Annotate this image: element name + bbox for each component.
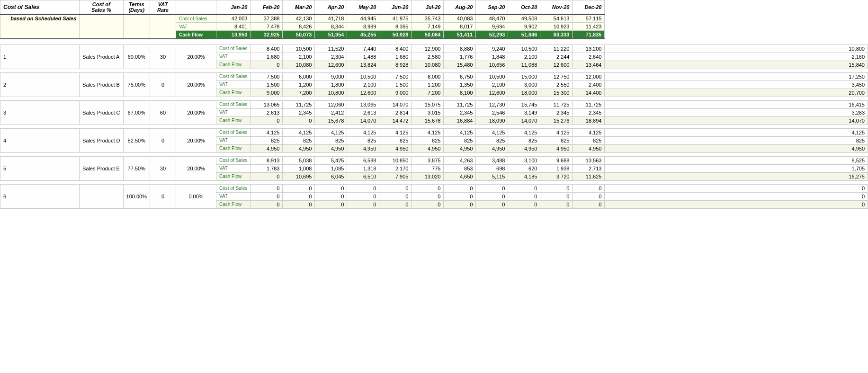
header-oct: Oct-20 <box>508 0 540 15</box>
product-6-cost-val-11: 0 <box>605 184 868 192</box>
product-3-name: Sales Product C <box>80 100 123 124</box>
product-4-cashflow-val-1: 4,950 <box>283 144 315 152</box>
product-2-vat-val-4: 1,500 <box>379 80 412 89</box>
product-4-cashflow-val-5: 4,950 <box>412 144 444 152</box>
product-4-cashflow-val-8: 4,950 <box>508 144 540 152</box>
main-table-container: Cost of Sales Cost ofSales % Terms(Days)… <box>0 0 868 209</box>
product-6-vat-val-6: 0 <box>444 192 476 200</box>
product-1-cashflow-val-7: 10,656 <box>476 61 508 69</box>
product-3-cost-val-3: 13,065 <box>347 100 379 108</box>
summary-vat-val-0: 8,401 <box>216 23 250 31</box>
product-3-cashflow-val-11: 14,070 <box>605 116 868 124</box>
product-2-cost-val-8: 15,000 <box>508 72 540 80</box>
summary-cost-val-7: 40,083 <box>444 14 476 23</box>
header-jun: Jun-20 <box>379 0 412 15</box>
summary-label: based on Scheduled Sales <box>0 14 80 39</box>
product-5-cost-val-7: 3,488 <box>476 156 508 164</box>
product-5-vat-val-11: 1,705 <box>605 164 868 172</box>
product-6-cost-val-8: 0 <box>508 184 540 192</box>
product-3-vat-val-0: 2,613 <box>251 108 283 116</box>
product-6-cashflow-val-3: 0 <box>347 200 379 208</box>
product-1-cashflow-val-9: 12,600 <box>540 61 573 69</box>
product-6-pct: 100.00% <box>123 184 150 208</box>
product-1-type-cost: Cost of Sales <box>216 44 250 53</box>
product-3-vat: 20.00% <box>176 100 216 124</box>
header-dec: Dec-20 <box>573 0 605 15</box>
product-2-vat-val-2: 1,800 <box>315 80 347 89</box>
product-6-cashflow-val-2: 0 <box>315 200 347 208</box>
product-6-cashflow-val-4: 0 <box>379 200 412 208</box>
product-3-vat-val-7: 2,546 <box>476 108 508 116</box>
product-1-vat-val-1: 2,100 <box>283 53 315 61</box>
product-1-cashflow-val-4: 8,928 <box>379 61 412 69</box>
product-5-cashflow-val-9: 3,720 <box>540 172 573 180</box>
product-6-cashflow-val-7: 0 <box>476 200 508 208</box>
product-4-vat-val-0: 825 <box>251 136 283 144</box>
header-row: Cost of Sales Cost ofSales % Terms(Days)… <box>0 0 868 15</box>
summary-cost-val-4: 44,945 <box>347 14 379 23</box>
product-3-vat-val-6: 2,345 <box>444 108 476 116</box>
product-4-type-cost: Cost of Sales <box>216 128 250 136</box>
product-5-cost-val-11: 8,525 <box>605 156 868 164</box>
product-6-vat-val-9: 0 <box>540 192 573 200</box>
product-4-vat-val-3: 825 <box>347 136 379 144</box>
summary-vat-val-2: 8,426 <box>283 23 315 31</box>
header-aug: Aug-20 <box>444 0 476 15</box>
product-5-vat-val-4: 2,170 <box>379 164 412 172</box>
product-1-vat-val-9: 2,244 <box>540 53 573 61</box>
product-2-vat-val-9: 2,550 <box>540 80 573 89</box>
product-4-vat-val-6: 825 <box>444 136 476 144</box>
product-6-vat-val-5: 0 <box>412 192 444 200</box>
product-4-cost-val-10: 4,125 <box>573 128 605 136</box>
summary-terms-blank <box>123 14 150 39</box>
summary-vat-val-6: 7,149 <box>412 23 444 31</box>
summary-vat-val-9: 9,902 <box>508 23 540 31</box>
product-6-num: 6 <box>0 184 80 208</box>
product-1-cashflow-val-3: 13,824 <box>347 61 379 69</box>
product-4-vat-val-9: 825 <box>540 136 573 144</box>
product-4-cashflow-val-6: 4,950 <box>444 144 476 152</box>
product-6-cost-val-5: 0 <box>412 184 444 192</box>
product-5-cost-val-4: 10,850 <box>379 156 412 164</box>
product-4-num: 4 <box>0 128 80 152</box>
product-2-cashflow-val-4: 9,000 <box>379 89 412 97</box>
product-5-cost-val-0: 8,913 <box>251 156 283 164</box>
product-1-vat-val-0: 1,680 <box>251 53 283 61</box>
product-4-type-vat: VAT <box>216 136 250 144</box>
product-3-cashflow-val-10: 18,894 <box>573 116 605 124</box>
product-6-cost-val-3: 0 <box>347 184 379 192</box>
product-5-cashflow-val-3: 6,510 <box>347 172 379 180</box>
summary-cost-val-8: 48,470 <box>476 14 508 23</box>
product-1-cashflow-val-8: 11,088 <box>508 61 540 69</box>
product-5-cashflow-val-2: 6,045 <box>315 172 347 180</box>
product-6-cost-val-6: 0 <box>444 184 476 192</box>
product-3-cost-val-9: 11,725 <box>540 100 573 108</box>
product-5-cost-val-9: 9,688 <box>540 156 573 164</box>
product-3-vat-val-5: 3,015 <box>412 108 444 116</box>
summary-cashflow-val-1: 32,925 <box>251 31 283 39</box>
summary-cost-val-1: 37,388 <box>251 14 283 23</box>
product-1-cost-val-2: 11,520 <box>315 44 347 53</box>
product-2-vat-val-5: 1,200 <box>412 80 444 89</box>
summary-vat-val-5: 8,395 <box>379 23 412 31</box>
product-5-cost-val-6: 4,263 <box>444 156 476 164</box>
summary-type-vat: VAT <box>176 23 216 31</box>
product-5-vat-val-9: 1,938 <box>540 164 573 172</box>
product-2-cost-val-2: 9,000 <box>315 72 347 80</box>
product-4-cost-val-5: 4,125 <box>412 128 444 136</box>
product-2-cost-val-7: 10,500 <box>476 72 508 80</box>
summary-vat-val-3: 8,344 <box>315 23 347 31</box>
product-5-cost-val-1: 5,038 <box>283 156 315 164</box>
product-5-cashflow-val-11: 16,275 <box>605 172 868 180</box>
product-5-cashflow-val-8: 4,185 <box>508 172 540 180</box>
product-4-cost-val-11: 4,125 <box>605 128 868 136</box>
product-5-cashflow-val-0: 0 <box>251 172 283 180</box>
header-cost-pct: Cost ofSales % <box>80 0 123 15</box>
product-2-cost-val-11: 17,250 <box>605 72 868 80</box>
product-3-cashflow-val-1: 0 <box>283 116 315 124</box>
product-3-cost-val-7: 12,730 <box>476 100 508 108</box>
product-1-vat-val-5: 2,580 <box>412 53 444 61</box>
product-2-cashflow-val-6: 8,100 <box>444 89 476 97</box>
product-3-cost-val-10: 11,725 <box>573 100 605 108</box>
product-3-cost-val-5: 15,075 <box>412 100 444 108</box>
